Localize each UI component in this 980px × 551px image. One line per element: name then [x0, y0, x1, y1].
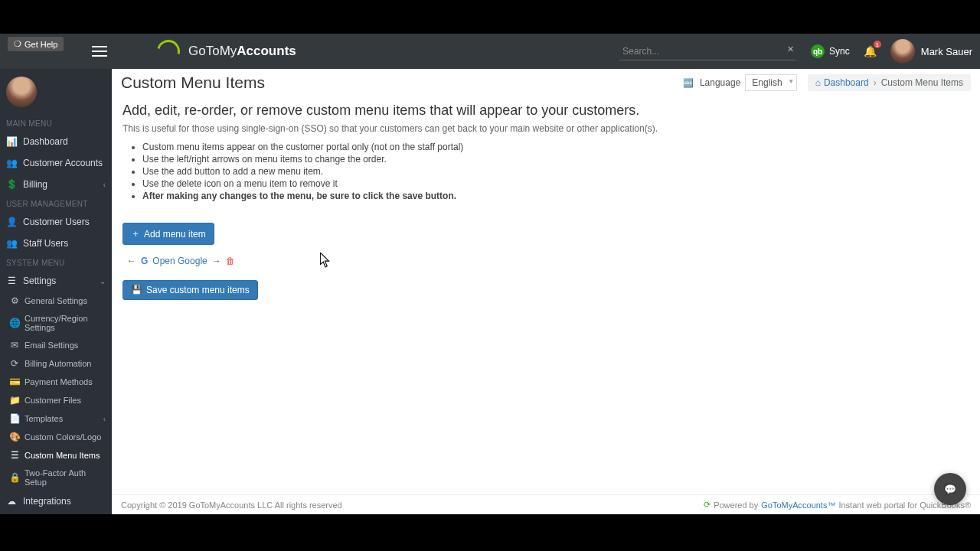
- sidebar-item-label: Billing: [23, 179, 47, 190]
- breadcrumb-sep: ›: [874, 77, 877, 88]
- page-subtitle: Add, edit, re-order, or remove custom me…: [122, 103, 969, 119]
- user-name: Mark Sauer: [921, 46, 972, 57]
- home-icon: ⌂: [815, 77, 821, 88]
- save-button[interactable]: 💾 Save custom menu items: [122, 280, 258, 300]
- avatar: [890, 39, 915, 64]
- sync-label: Sync: [829, 46, 850, 57]
- sync-button[interactable]: qb Sync: [811, 44, 850, 58]
- save-button-label: Save custom menu items: [146, 285, 250, 295]
- sidebar-item-label: Integrations: [23, 496, 71, 507]
- sidebar-sub-email[interactable]: ✉Email Settings: [0, 336, 112, 354]
- folder-icon: 📁: [9, 395, 20, 406]
- sidebar-item-customer-accounts[interactable]: 👥Customer Accounts: [0, 152, 112, 174]
- sidebar-sub-general[interactable]: ⚙General Settings: [0, 292, 112, 310]
- sidebar-item-staff-users[interactable]: 👥Staff Users: [0, 233, 112, 254]
- copyright: Copyright © 2019 GoToMyAccounts LLC All …: [121, 500, 342, 510]
- sidebar-item-label: Settings: [23, 276, 56, 286]
- sidebar-sub-files[interactable]: 📁Customer Files: [0, 391, 112, 409]
- sidebar-item-customer-users[interactable]: 👤Customer Users: [0, 211, 112, 233]
- sidebar-sub-label: Two-Factor Auth Setup: [24, 468, 106, 487]
- instruction-item: Use the left/right arrows on menu items …: [142, 154, 969, 165]
- page-bar: Custom Menu Items 🔤 Language English ⌂Da…: [112, 69, 980, 95]
- breadcrumb: ⌂Dashboard › Custom Menu Items: [808, 74, 971, 91]
- chat-button[interactable]: 💬: [934, 473, 966, 505]
- page-helptext: This is useful for those using single-si…: [122, 123, 969, 134]
- sidebar-sub-label: Customer Files: [24, 396, 81, 405]
- cog-icon: ⚙: [9, 295, 20, 306]
- move-left-icon[interactable]: ←: [127, 256, 136, 266]
- sidebar-section-main: MAIN MENU: [0, 115, 112, 131]
- sidebar-sub-custom-menu[interactable]: ☰Custom Menu Items: [0, 446, 112, 465]
- money-icon: 💲: [6, 179, 17, 190]
- chevron-left-icon: ‹: [103, 415, 106, 423]
- search-clear-icon[interactable]: ✕: [787, 44, 794, 54]
- page-title: Custom Menu Items: [121, 73, 265, 92]
- tachometer-icon: 📊: [6, 136, 17, 147]
- notifications-button[interactable]: 🔔 1: [864, 45, 877, 57]
- hamburger-button[interactable]: [84, 34, 115, 69]
- language-select[interactable]: English: [745, 74, 796, 91]
- chat-icon: 💬: [944, 484, 956, 495]
- menu-item-link[interactable]: Open Google: [152, 256, 207, 266]
- sidebar: MAIN MENU 📊Dashboard 👥Customer Accounts …: [0, 69, 112, 514]
- get-help-button[interactable]: ❍ Get Help: [8, 37, 64, 51]
- sidebar-sub-label: Payment Methods: [24, 377, 93, 386]
- users-icon: 👥: [6, 158, 17, 168]
- powered-by-label: Powered by: [714, 500, 758, 510]
- breadcrumb-current: Custom Menu Items: [881, 77, 963, 88]
- file-icon: 📄: [9, 413, 20, 424]
- sidebar-sub-two-factor[interactable]: 🔒Two-Factor Auth Setup: [0, 465, 112, 491]
- reload-icon[interactable]: ⟳: [704, 500, 710, 510]
- get-help-label: Get Help: [24, 40, 57, 49]
- delete-icon[interactable]: 🗑: [226, 256, 235, 266]
- sidebar-sub-templates[interactable]: 📄Templates‹: [0, 409, 112, 428]
- instruction-item: Use the add button to add a new menu ite…: [142, 166, 969, 177]
- sidebar-sub-label: Billing Automation: [24, 359, 91, 368]
- sidebar-sub-currency[interactable]: 🌐Currency/Region Settings: [0, 310, 112, 336]
- language-label: Language: [700, 77, 740, 88]
- sidebar-section-user-mgmt: USER MANAGEMENT: [0, 195, 112, 211]
- sidebar-sub-payment[interactable]: 💳Payment Methods: [0, 373, 112, 391]
- users-icon: 👥: [6, 238, 17, 249]
- sidebar-sub-label: Custom Colors/Logo: [24, 432, 101, 442]
- save-icon: 💾: [131, 285, 142, 295]
- chevron-left-icon: ‹: [103, 181, 106, 189]
- paint-icon: 🎨: [9, 432, 20, 442]
- sidebar-item-label: Customer Accounts: [23, 158, 103, 168]
- add-menu-item-button[interactable]: ＋ Add menu item: [122, 223, 214, 245]
- sidebar-item-label: Customer Users: [23, 217, 90, 227]
- sidebar-item-label: Staff Users: [23, 238, 68, 249]
- logo[interactable]: GoToMyAccounts: [153, 36, 296, 67]
- instruction-list: Custom menu items appear on the customer…: [142, 142, 969, 201]
- sidebar-sub-label: Templates: [24, 414, 63, 423]
- language-icon: 🔤: [681, 77, 695, 89]
- sidebar-item-label: Dashboard: [23, 136, 68, 147]
- chevron-down-icon: ⌄: [100, 277, 106, 285]
- sidebar-sub-label: General Settings: [24, 296, 87, 305]
- breadcrumb-label: Dashboard: [824, 77, 869, 88]
- sidebar-avatar[interactable]: [6, 77, 37, 107]
- sidebar-item-dashboard[interactable]: 📊Dashboard: [0, 131, 112, 152]
- notifications-badge: 1: [874, 41, 881, 48]
- sidebar-sub-colors[interactable]: 🎨Custom Colors/Logo: [0, 428, 112, 446]
- move-right-icon[interactable]: →: [212, 256, 221, 266]
- user-menu[interactable]: Mark Sauer: [890, 39, 972, 64]
- powered-by-link[interactable]: GoToMyAccounts™: [761, 500, 835, 510]
- sidebar-item-settings[interactable]: ☰Settings⌄: [0, 270, 112, 292]
- plus-icon: ＋: [131, 227, 140, 240]
- sidebar-item-integrations[interactable]: ☁Integrations: [0, 491, 112, 512]
- list-icon: ☰: [9, 450, 20, 461]
- sidebar-sub-label: Currency/Region Settings: [24, 314, 106, 332]
- sidebar-sub-label: Email Settings: [24, 341, 78, 350]
- sidebar-sub-billing-auto[interactable]: ⟳Billing Automation: [0, 354, 112, 373]
- instruction-item: After making any changes to the menu, be…: [142, 191, 969, 201]
- search-input[interactable]: [619, 43, 795, 60]
- cloud-icon: ☁: [6, 496, 17, 507]
- logo-icon: [153, 36, 184, 67]
- credit-card-icon: 💳: [9, 377, 20, 387]
- globe-icon: 🌐: [9, 318, 20, 328]
- breadcrumb-dashboard[interactable]: ⌂Dashboard: [815, 77, 869, 88]
- sidebar-section-system: SYSTEM MENU: [0, 254, 112, 270]
- sidebar-item-billing[interactable]: 💲Billing‹: [0, 174, 112, 195]
- envelope-icon: ✉: [9, 340, 20, 350]
